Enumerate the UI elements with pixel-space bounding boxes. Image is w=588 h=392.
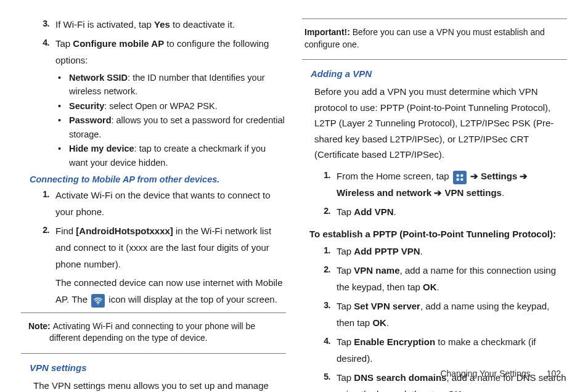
add-step-1: 1. From the Home screen, tap ➔ Settings … bbox=[319, 168, 567, 201]
step-4: 4. Tap Configure mobile AP to configure … bbox=[38, 35, 286, 68]
page-footer: Changing Your Settings 102 bbox=[440, 369, 561, 378]
svg-rect-2 bbox=[460, 174, 463, 176]
heading-pptp: To establish a PPTP (Point-to-Point Tunn… bbox=[309, 229, 567, 239]
step-text: Tap Configure mobile AP to configure the… bbox=[55, 35, 286, 68]
adding-vpn-para: Before you add a VPN you must determine … bbox=[314, 84, 567, 163]
footer-section: Changing Your Settings bbox=[440, 369, 530, 378]
apps-icon bbox=[453, 171, 467, 184]
step-text: Tap Set VPN server, add a name using the… bbox=[337, 298, 567, 331]
bullet-security: •Security: select Open or WPA2 PSK. bbox=[58, 99, 286, 113]
wifi-icon bbox=[91, 294, 105, 308]
left-column: 3. If Wi-Fi is activated, tap Yes to dea… bbox=[21, 14, 286, 392]
step-number: 4. bbox=[38, 35, 49, 68]
step-3: 3. If Wi-Fi is activated, tap Yes to dea… bbox=[38, 16, 286, 33]
divider bbox=[21, 312, 286, 313]
step-text: Find [AndroidHotspotxxxx] in the Wi-Fi n… bbox=[55, 223, 286, 272]
svg-rect-1 bbox=[456, 174, 459, 176]
step-number: 5. bbox=[319, 369, 330, 392]
heading-vpn-settings: VPN settings bbox=[30, 362, 286, 373]
bullet-hide-device: •Hide my device: tap to create a checkma… bbox=[58, 142, 286, 169]
pptp-step-3: 3. Tap Set VPN server, add a name using … bbox=[319, 298, 567, 331]
heading-connecting: Connecting to Mobile AP from other devic… bbox=[30, 174, 286, 184]
add-step-2: 2. Tap Add VPN. bbox=[319, 203, 567, 220]
step-number: 2. bbox=[38, 223, 49, 272]
step-number: 1. bbox=[319, 168, 330, 201]
step-number: 1. bbox=[38, 187, 49, 220]
step-number: 2. bbox=[319, 262, 330, 295]
right-column: Important!: Before you can use a VPN you… bbox=[302, 14, 567, 392]
step-number: 1. bbox=[319, 243, 330, 259]
step-text: Tap Add VPN. bbox=[337, 203, 567, 220]
step-text: If Wi-Fi is activated, tap Yes to deacti… bbox=[55, 16, 286, 33]
step-text: Tap VPN name, add a name for this connec… bbox=[337, 262, 567, 295]
step-text: From the Home screen, tap ➔ Settings ➔ W… bbox=[337, 168, 567, 201]
bullet-network-ssid: •Network SSID: the ID number that Identi… bbox=[58, 71, 286, 99]
divider bbox=[21, 353, 286, 354]
bullet-password: •Password: allows you to set a password … bbox=[58, 113, 286, 141]
footer-page-number: 102 bbox=[547, 369, 561, 378]
note-box: Note: Activating Wi-Fi and connecting to… bbox=[21, 318, 286, 348]
step-text: Activate Wi-Fi on the device that wants … bbox=[55, 187, 286, 220]
connect-step-2-followup: The connected device can now use interne… bbox=[55, 275, 286, 308]
connect-step-2: 2. Find [AndroidHotspotxxxx] in the Wi-F… bbox=[38, 223, 286, 272]
step-number: 3. bbox=[319, 298, 330, 331]
pptp-step-2: 2. Tap VPN name, add a name for this con… bbox=[319, 262, 567, 295]
important-label: Important!: bbox=[304, 27, 353, 37]
divider bbox=[302, 59, 567, 60]
heading-adding-vpn: Adding a VPN bbox=[311, 68, 567, 79]
step-text: Tap Enable Encryption to make a checkmar… bbox=[337, 333, 567, 367]
step-number: 3. bbox=[38, 16, 49, 33]
important-box: Important!: Before you can use a VPN you… bbox=[302, 24, 567, 54]
step-number: 2. bbox=[319, 203, 330, 220]
pptp-step-1: 1. Tap Add PPTP VPN. bbox=[319, 243, 567, 259]
svg-rect-4 bbox=[460, 178, 463, 181]
svg-point-0 bbox=[97, 303, 99, 304]
note-text: Activating Wi-Fi and connecting to your … bbox=[49, 321, 255, 343]
svg-rect-3 bbox=[456, 178, 459, 181]
connect-step-1: 1. Activate Wi-Fi on the device that wan… bbox=[38, 187, 286, 220]
pptp-step-4: 4. Tap Enable Encryption to make a check… bbox=[319, 333, 567, 367]
note-label: Note: bbox=[28, 321, 53, 331]
vpn-settings-para: The VPN settings menu allows you to set … bbox=[33, 378, 286, 392]
step-number: 4. bbox=[319, 333, 330, 367]
step-text: Tap Add PPTP VPN. bbox=[337, 243, 567, 259]
divider bbox=[302, 18, 567, 19]
